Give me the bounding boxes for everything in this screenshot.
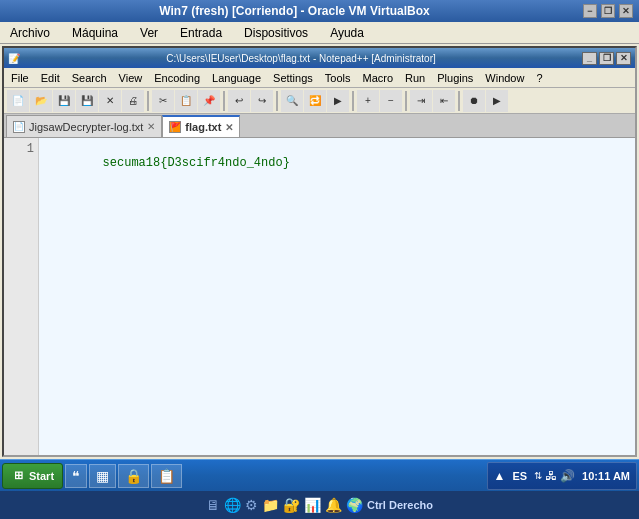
toolbar-redo-btn[interactable]: ↪ xyxy=(251,90,273,112)
vbox-titlebar: Win7 (fresh) [Corriendo] - Oracle VM Vir… xyxy=(0,0,639,22)
systray-network-icon[interactable]: 🖧 xyxy=(545,469,557,483)
tab-flag-label: flag.txt xyxy=(185,121,221,133)
vbox-menu-maquina[interactable]: Máquina xyxy=(66,24,124,42)
npp-icon: 📝 xyxy=(8,53,20,64)
toolbar-sep1 xyxy=(147,91,149,111)
editor-content[interactable]: secuma18{D3scifr4ndo_4ndo} xyxy=(39,138,635,455)
taskbar-calc-btn[interactable]: ▦ xyxy=(89,464,116,488)
npp-close-btn[interactable]: ✕ xyxy=(616,52,631,65)
npp-menubar: File Edit Search View Encoding Language … xyxy=(4,68,635,88)
npp-menu-view[interactable]: View xyxy=(114,70,148,86)
npp-menu-macro[interactable]: Macro xyxy=(357,70,398,86)
npp-menu-language[interactable]: Language xyxy=(207,70,266,86)
tab-jigsaw-label: JigsawDecrypter-log.txt xyxy=(29,121,143,133)
toolbar-open-btn[interactable]: 📂 xyxy=(30,90,52,112)
editor-line-1: secuma18{D3scifr4ndo_4ndo} xyxy=(103,156,290,170)
npp-minimize-btn[interactable]: _ xyxy=(582,52,597,65)
toolbar-sep6 xyxy=(458,91,460,111)
toolbar-print-btn[interactable]: 🖨 xyxy=(122,90,144,112)
vbox-title: Win7 (fresh) [Corriendo] - Oracle VM Vir… xyxy=(6,4,583,18)
npp-menu-encoding[interactable]: Encoding xyxy=(149,70,205,86)
win7-icon-8[interactable]: 🌍 xyxy=(346,497,363,513)
npp-menu-search[interactable]: Search xyxy=(67,70,112,86)
toolbar-indent-btn[interactable]: ⇥ xyxy=(410,90,432,112)
toolbar-saveall-btn[interactable]: 💾 xyxy=(76,90,98,112)
win7-icon-3[interactable]: ⚙ xyxy=(245,497,258,513)
start-button[interactable]: ⊞ Start xyxy=(2,463,63,489)
toolbar-run-btn[interactable]: ▶ xyxy=(486,90,508,112)
tab-jigsaw-close[interactable]: ✕ xyxy=(147,121,155,132)
taskbar: ⊞ Start ❝ ▦ 🔒 📋 ▲ ES ⇅ 🖧 🔊 10:11 AM xyxy=(0,459,639,491)
npp-window: 📝 C:\Users\IEUser\Desktop\flag.txt - Not… xyxy=(2,46,637,457)
tab-flag[interactable]: 🚩 flag.txt ✕ xyxy=(162,115,240,137)
tab-flag-close[interactable]: ✕ xyxy=(225,122,233,133)
npp-editor[interactable]: 1 secuma18{D3scifr4ndo_4ndo} xyxy=(4,138,635,455)
toolbar-macro-btn[interactable]: ⏺ xyxy=(463,90,485,112)
line-number-1: 1 xyxy=(8,142,34,156)
toolbar-sep5 xyxy=(405,91,407,111)
npp-restore-btn[interactable]: ❐ xyxy=(599,52,614,65)
toolbar-sep3 xyxy=(276,91,278,111)
tab-flag-icon: 🚩 xyxy=(169,121,181,133)
vbox-menubar: Archivo Máquina Ver Entrada Dispositivos… xyxy=(0,22,639,44)
toolbar-findnext-btn[interactable]: ▶ xyxy=(327,90,349,112)
systray-arrow-up-icon[interactable]: ▲ xyxy=(494,469,506,483)
npp-menu-help[interactable]: ? xyxy=(531,70,547,86)
npp-menu-settings[interactable]: Settings xyxy=(268,70,318,86)
toolbar-sep2 xyxy=(223,91,225,111)
toolbar-unindent-btn[interactable]: ⇤ xyxy=(433,90,455,112)
start-label: Start xyxy=(29,470,54,482)
vbox-minimize-btn[interactable]: − xyxy=(583,4,597,18)
npp-titlebar: 📝 C:\Users\IEUser\Desktop\flag.txt - Not… xyxy=(4,48,635,68)
windows-icon: ⊞ xyxy=(11,469,25,483)
toolbar-cut-btn[interactable]: ✂ xyxy=(152,90,174,112)
ctrl-derecho-label: Ctrl Derecho xyxy=(367,499,433,511)
vbox-restore-btn[interactable]: ❐ xyxy=(601,4,615,18)
npp-menu-window[interactable]: Window xyxy=(480,70,529,86)
toolbar-zoom-in-btn[interactable]: + xyxy=(357,90,379,112)
win7-bar: 🖥 🌐 ⚙ 📁 🔐 📊 🔔 🌍 Ctrl Derecho xyxy=(0,491,639,519)
npp-title-controls: _ ❐ ✕ xyxy=(582,52,631,65)
toolbar-replace-btn[interactable]: 🔁 xyxy=(304,90,326,112)
vbox-title-controls: − ❐ ✕ xyxy=(583,4,633,18)
systray-speaker-icon[interactable]: 🔊 xyxy=(560,469,575,483)
systray: ▲ ES ⇅ 🖧 🔊 10:11 AM xyxy=(487,462,637,490)
toolbar-sep4 xyxy=(352,91,354,111)
toolbar-zoom-out-btn[interactable]: − xyxy=(380,90,402,112)
win7-icon-7[interactable]: 🔔 xyxy=(325,497,342,513)
toolbar-close-btn[interactable]: ✕ xyxy=(99,90,121,112)
vbox-close-btn[interactable]: ✕ xyxy=(619,4,633,18)
npp-menu-tools[interactable]: Tools xyxy=(320,70,356,86)
taskbar-quote-btn[interactable]: ❝ xyxy=(65,464,87,488)
toolbar-new-btn[interactable]: 📄 xyxy=(7,90,29,112)
npp-toolbar: 📄 📂 💾 💾 ✕ 🖨 ✂ 📋 📌 ↩ ↪ 🔍 🔁 ▶ + − ⇥ ⇤ ⏺ xyxy=(4,88,635,114)
systray-lang: ES xyxy=(508,470,531,482)
npp-menu-file[interactable]: File xyxy=(6,70,34,86)
tab-jigsaw[interactable]: 📄 JigsawDecrypter-log.txt ✕ xyxy=(6,115,162,137)
win7-icon-5[interactable]: 🔐 xyxy=(283,497,300,513)
line-numbers: 1 xyxy=(4,138,39,455)
win7-icon-2[interactable]: 🌐 xyxy=(224,497,241,513)
toolbar-copy-btn[interactable]: 📋 xyxy=(175,90,197,112)
win7-icon-6[interactable]: 📊 xyxy=(304,497,321,513)
vbox-menu-ayuda[interactable]: Ayuda xyxy=(324,24,370,42)
taskbar-lock-btn[interactable]: 🔒 xyxy=(118,464,149,488)
toolbar-find-btn[interactable]: 🔍 xyxy=(281,90,303,112)
npp-menu-edit[interactable]: Edit xyxy=(36,70,65,86)
npp-title: C:\Users\IEUser\Desktop\flag.txt - Notep… xyxy=(20,53,582,64)
toolbar-paste-btn[interactable]: 📌 xyxy=(198,90,220,112)
tab-jigsaw-icon: 📄 xyxy=(13,121,25,133)
toolbar-save-btn[interactable]: 💾 xyxy=(53,90,75,112)
vbox-menu-archivo[interactable]: Archivo xyxy=(4,24,56,42)
npp-tabs: 📄 JigsawDecrypter-log.txt ✕ 🚩 flag.txt ✕ xyxy=(4,114,635,138)
vbox-menu-dispositivos[interactable]: Dispositivos xyxy=(238,24,314,42)
taskbar-clipboard-btn[interactable]: 📋 xyxy=(151,464,182,488)
systray-arrows-icon: ⇅ xyxy=(534,470,542,481)
win7-icon-1[interactable]: 🖥 xyxy=(206,497,220,513)
toolbar-undo-btn[interactable]: ↩ xyxy=(228,90,250,112)
npp-menu-plugins[interactable]: Plugins xyxy=(432,70,478,86)
npp-menu-run[interactable]: Run xyxy=(400,70,430,86)
vbox-menu-entrada[interactable]: Entrada xyxy=(174,24,228,42)
vbox-menu-ver[interactable]: Ver xyxy=(134,24,164,42)
win7-icon-4[interactable]: 📁 xyxy=(262,497,279,513)
